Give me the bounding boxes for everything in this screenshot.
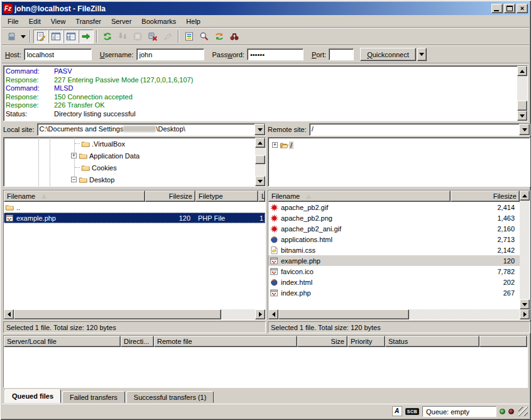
- file-row-example-php[interactable]: example.php120: [268, 255, 520, 266]
- column-header-filename[interactable]: Filename: [268, 191, 451, 202]
- toggle-transfer-queue-button[interactable]: [79, 30, 94, 43]
- remote-list-scrollbar[interactable]: [520, 191, 530, 309]
- menu-transfer[interactable]: Transfer: [70, 16, 106, 26]
- file-row[interactable]: bitnami.css2,142: [268, 245, 520, 255]
- tab-queued-files[interactable]: Queued files: [4, 389, 61, 403]
- column-header-priority[interactable]: Priority: [348, 336, 385, 347]
- column-header-size[interactable]: Size: [297, 336, 348, 347]
- host-input[interactable]: [24, 48, 92, 60]
- file-row[interactable]: apache_pb2_ani.gif2,160: [268, 223, 520, 234]
- column-header-filetype[interactable]: Filetype: [195, 191, 258, 202]
- collapse-icon[interactable]: −: [71, 177, 77, 182]
- file-row[interactable]: index.php267: [268, 287, 520, 298]
- ascii-datatype-icon[interactable]: A: [392, 406, 402, 416]
- log-scrollbar[interactable]: [517, 66, 527, 121]
- port-input[interactable]: [329, 48, 354, 60]
- scroll-left-button[interactable]: [268, 309, 278, 319]
- column-header-filename[interactable]: Filename: [4, 191, 145, 202]
- toggle-message-log-button[interactable]: [33, 30, 48, 43]
- scroll-right-button[interactable]: [255, 309, 265, 319]
- local-site-dropdown[interactable]: [255, 124, 265, 135]
- local-site-combobox[interactable]: C:\Documents and Settings\Desktop\: [37, 123, 266, 136]
- file-row[interactable]: applications.html2,713: [268, 234, 520, 245]
- column-header-filesize[interactable]: Filesize: [145, 191, 195, 202]
- remote-list-hscrollbar[interactable]: [268, 309, 530, 319]
- minimize-button[interactable]: [491, 4, 503, 13]
- process-queue-button[interactable]: [115, 30, 130, 43]
- menu-view[interactable]: View: [46, 16, 71, 26]
- scroll-thumb[interactable]: [255, 155, 265, 164]
- local-tree-scrollbar[interactable]: [255, 138, 265, 186]
- folder-icon: [81, 140, 90, 148]
- column-header-status[interactable]: Status: [385, 336, 479, 347]
- menu-help[interactable]: Help: [181, 16, 205, 26]
- column-header-server-local-file[interactable]: Server/Local file: [4, 336, 121, 347]
- synchronized-browsing-button[interactable]: [212, 30, 227, 43]
- directory-listing-filters-button[interactable]: [182, 30, 197, 43]
- scroll-down-button[interactable]: [520, 299, 530, 309]
- remote-site-combobox[interactable]: /: [309, 123, 530, 136]
- file-row-parent[interactable]: ..: [4, 202, 265, 213]
- file-row[interactable]: apache_pb2.gif2,414: [268, 202, 520, 213]
- menu-bookmarks[interactable]: Bookmarks: [136, 16, 181, 26]
- directory-comparison-button[interactable]: [197, 30, 212, 43]
- scroll-thumb[interactable]: [14, 309, 221, 319]
- expand-icon[interactable]: +: [272, 142, 278, 148]
- password-label: Password:: [212, 51, 244, 58]
- close-button[interactable]: ×: [517, 4, 528, 13]
- disconnect-button[interactable]: [145, 30, 160, 43]
- tab-failed-transfers[interactable]: Failed transfers: [62, 391, 125, 403]
- tree-item-application-data[interactable]: + Application Data: [71, 150, 141, 162]
- file-row[interactable]: apache_pb2.png1,463: [268, 213, 520, 223]
- app-icon[interactable]: Fz: [3, 4, 13, 13]
- scb-indicator-icon[interactable]: SCB: [405, 408, 419, 415]
- menu-bar: File Edit View Transfer Server Bookmarks…: [2, 15, 529, 27]
- file-row[interactable]: index.html202: [268, 277, 520, 287]
- toggle-local-tree-button[interactable]: [48, 30, 63, 43]
- site-manager-dropdown[interactable]: [19, 30, 27, 43]
- scroll-right-button[interactable]: [520, 309, 530, 319]
- scroll-thumb[interactable]: [517, 101, 527, 111]
- site-manager-button[interactable]: [4, 30, 19, 43]
- scroll-left-button[interactable]: [4, 309, 14, 319]
- scroll-up-button[interactable]: [520, 191, 530, 201]
- tree-item-desktop[interactable]: − Desktop: [71, 174, 116, 185]
- tree-item-virtualbox[interactable]: .VirtualBox: [75, 138, 126, 150]
- refresh-button[interactable]: [100, 30, 115, 43]
- menu-file[interactable]: File: [3, 16, 24, 26]
- remote-site-dropdown[interactable]: [519, 124, 530, 135]
- toggle-remote-tree-button[interactable]: [63, 30, 79, 43]
- tab-successful-transfers[interactable]: Successful transfers (1): [126, 391, 214, 403]
- scroll-up-button[interactable]: [517, 66, 527, 76]
- remote-tree-icon: [66, 31, 76, 41]
- column-header-direction[interactable]: Directi...: [121, 336, 154, 347]
- column-header-filesize[interactable]: Filesize: [451, 191, 520, 202]
- scroll-down-button[interactable]: [517, 111, 527, 121]
- scroll-down-button[interactable]: [255, 176, 265, 186]
- expand-icon[interactable]: +: [71, 153, 77, 158]
- local-list-header: Filename Filesize Filetype L: [4, 191, 265, 202]
- remote-tree-pane: Remote site: / + /: [268, 123, 530, 188]
- column-header-remote-file[interactable]: Remote file: [154, 336, 297, 347]
- cancel-operation-button[interactable]: [130, 30, 145, 43]
- local-list-hscrollbar[interactable]: [4, 309, 265, 319]
- tree-item-root[interactable]: + /: [272, 139, 293, 151]
- folder-icon: [5, 203, 14, 212]
- menu-server[interactable]: Server: [106, 16, 136, 26]
- reconnect-button[interactable]: [160, 30, 175, 43]
- file-row-example-php[interactable]: example.php 120 PHP File 1: [4, 213, 265, 223]
- find-files-button[interactable]: [227, 30, 242, 43]
- username-input[interactable]: [136, 48, 204, 60]
- column-header-lastmodified[interactable]: L: [258, 191, 265, 202]
- scroll-thumb[interactable]: [278, 309, 409, 319]
- quickconnect-button[interactable]: Quickconnect: [360, 48, 416, 61]
- resize-grip[interactable]: [518, 407, 528, 416]
- icon-file-icon: [270, 267, 279, 276]
- password-input[interactable]: [247, 48, 304, 60]
- maximize-button[interactable]: [504, 4, 515, 13]
- quickconnect-dropdown[interactable]: [417, 48, 427, 61]
- menu-edit[interactable]: Edit: [24, 16, 46, 26]
- scroll-up-button[interactable]: [255, 138, 265, 148]
- tree-item-cookies[interactable]: Cookies: [75, 162, 118, 174]
- file-row[interactable]: favicon.ico7,782: [268, 266, 520, 277]
